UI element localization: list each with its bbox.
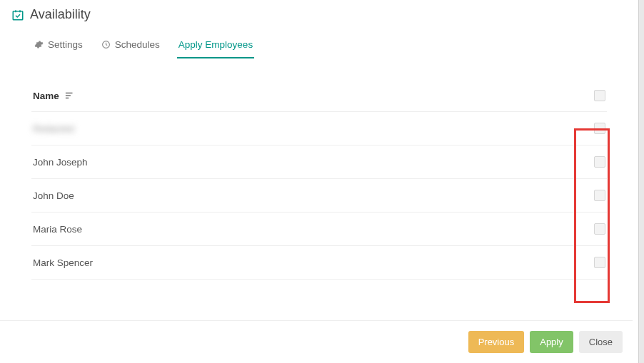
svg-rect-0 [13,11,23,19]
row-checkbox[interactable] [594,123,605,134]
select-all-checkbox[interactable] [594,90,605,101]
table-row: Maria Rose [31,213,607,246]
svg-rect-4 [66,93,73,94]
calendar-check-icon [11,9,24,21]
svg-rect-6 [66,98,69,99]
employee-name: John Joseph [33,157,88,168]
table-row: Mark Spencer [31,246,607,280]
tab-label: Settings [48,39,83,50]
row-checkbox[interactable] [594,223,605,235]
tab-settings[interactable]: Settings [33,35,84,58]
table-row: John Joseph [31,145,607,179]
apply-button[interactable]: Apply [530,331,573,353]
employee-name: Mark Spencer [33,257,93,268]
svg-rect-5 [66,95,71,96]
page-header: Availability [10,7,628,22]
clock-icon [101,40,111,49]
previous-button[interactable]: Previous [468,331,525,353]
row-checkbox[interactable] [594,190,605,201]
row-checkbox[interactable] [594,257,605,268]
row-checkbox[interactable] [594,156,605,168]
close-button[interactable]: Close [579,331,623,353]
tabs: Settings Schedules Apply Employees [10,35,628,58]
employee-name: Redacted [33,123,74,134]
tab-label: Schedules [115,39,160,50]
footer: Previous Apply Close [0,320,633,363]
table-row: Redacted [31,112,607,145]
table-header: Name [31,80,607,112]
employee-name: John Doe [33,190,74,201]
employee-name: Maria Rose [33,224,82,235]
page-title: Availability [30,7,91,22]
sort-icon[interactable] [65,91,75,101]
tab-schedules[interactable]: Schedules [100,35,161,58]
tab-label: Apply Employees [178,39,253,50]
tab-apply-employees[interactable]: Apply Employees [177,35,254,58]
column-header-name[interactable]: Name [33,91,59,101]
employee-table: Name Redacted John Joseph John Doe [10,80,628,280]
gear-icon [34,40,44,49]
vertical-scrollbar[interactable] [638,0,644,363]
table-row: John Doe [31,179,607,213]
